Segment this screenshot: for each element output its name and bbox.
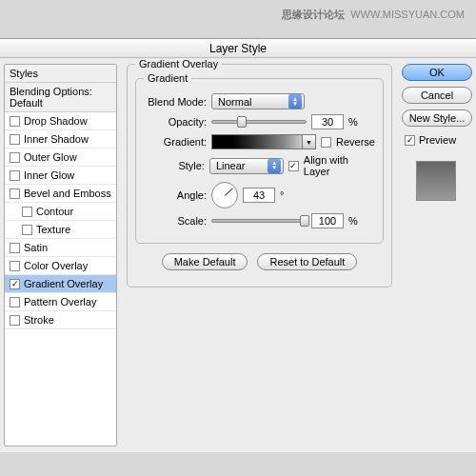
style-item-inner-shadow[interactable]: Inner Shadow	[5, 130, 116, 149]
style-checkbox[interactable]	[22, 207, 32, 217]
style-item-outer-glow[interactable]: Outer Glow	[5, 149, 116, 167]
reverse-label: Reverse	[336, 136, 375, 148]
layer-style-dialog: Layer Style Styles Blending Options: Def…	[0, 38, 476, 452]
scale-input[interactable]	[311, 213, 344, 228]
slider-thumb[interactable]	[237, 116, 247, 128]
style-checkbox[interactable]	[10, 188, 20, 199]
styles-list: Styles Blending Options: Default Drop Sh…	[4, 64, 117, 446]
style-item-label: Color Overlay	[24, 260, 88, 271]
opacity-slider[interactable]	[211, 120, 307, 124]
style-checkbox[interactable]	[10, 134, 20, 145]
percent-label: %	[348, 116, 358, 128]
inner-legend: Gradient	[144, 72, 191, 84]
blending-options[interactable]: Blending Options: Default	[5, 83, 116, 112]
ok-button[interactable]: OK	[402, 64, 472, 81]
slider-thumb[interactable]	[300, 215, 309, 227]
chevron-down-icon: ▼	[302, 135, 315, 149]
make-default-button[interactable]: Make Default	[162, 253, 248, 270]
style-item-contour[interactable]: Contour	[5, 203, 116, 221]
style-checkbox[interactable]	[10, 279, 20, 289]
style-checkbox[interactable]	[10, 243, 20, 253]
style-item-stroke[interactable]: Stroke	[5, 311, 116, 329]
style-checkbox[interactable]	[10, 297, 20, 307]
style-item-label: Bevel and Emboss	[24, 188, 111, 199]
opacity-label: Opacity:	[144, 116, 207, 128]
style-item-label: Stroke	[24, 314, 54, 326]
style-item-label: Inner Glow	[24, 169, 74, 181]
scale-label: Scale:	[144, 215, 207, 227]
dropdown-arrows-icon: ▲▼	[268, 159, 281, 173]
style-item-label: Inner Shadow	[24, 133, 89, 145]
outer-legend: Gradient Overlay	[135, 58, 222, 69]
angle-input[interactable]	[243, 188, 275, 203]
styles-header[interactable]: Styles	[5, 65, 116, 83]
style-item-inner-glow[interactable]: Inner Glow	[5, 167, 116, 185]
style-item-bevel-and-emboss[interactable]: Bevel and Emboss	[5, 185, 116, 203]
cancel-button[interactable]: Cancel	[402, 87, 472, 104]
reverse-checkbox[interactable]	[321, 137, 331, 148]
style-select[interactable]: Linear ▲▼	[209, 158, 284, 174]
gradient-label: Gradient:	[144, 136, 207, 148]
style-checkbox[interactable]	[10, 170, 20, 181]
preview-label: Preview	[419, 134, 456, 146]
style-item-gradient-overlay[interactable]: Gradient Overlay	[5, 275, 116, 293]
blend-mode-label: Blend Mode:	[144, 96, 207, 108]
reset-default-button[interactable]: Reset to Default	[257, 253, 357, 270]
style-item-label: Contour	[36, 206, 73, 217]
angle-dial[interactable]	[211, 182, 238, 208]
style-item-label: Pattern Overlay	[24, 296, 96, 307]
scale-slider[interactable]	[211, 219, 307, 223]
style-checkbox[interactable]	[10, 261, 20, 271]
blend-mode-select[interactable]: Normal ▲▼	[211, 93, 305, 109]
style-item-label: Texture	[36, 224, 70, 235]
style-checkbox[interactable]	[10, 152, 20, 163]
align-label: Align with Layer	[304, 154, 375, 177]
new-style-button[interactable]: New Style...	[402, 109, 472, 127]
preview-checkbox[interactable]	[405, 135, 415, 146]
style-checkbox[interactable]	[10, 116, 20, 127]
style-item-label: Outer Glow	[24, 151, 77, 163]
style-checkbox[interactable]	[10, 315, 20, 326]
opacity-input[interactable]	[311, 114, 344, 129]
gradient-picker[interactable]: ▼	[211, 134, 316, 149]
degree-label: °	[280, 189, 284, 201]
style-item-label: Drop Shadow	[24, 115, 88, 127]
dropdown-arrows-icon: ▲▼	[288, 94, 302, 109]
style-item-label: Gradient Overlay	[24, 278, 103, 289]
style-item-pattern-overlay[interactable]: Pattern Overlay	[5, 293, 116, 311]
watermark: 思缘设计论坛WWW.MISSYUAN.COM	[282, 8, 465, 22]
preview-swatch	[416, 161, 456, 201]
style-item-label: Satin	[24, 242, 48, 253]
style-checkbox[interactable]	[22, 225, 32, 235]
right-button-panel: OK Cancel New Style... Preview	[402, 64, 472, 446]
percent-label: %	[348, 215, 358, 227]
angle-label: Angle:	[144, 189, 207, 201]
gradient-overlay-panel: Gradient Overlay Gradient Blend Mode: No…	[127, 64, 392, 446]
style-item-color-overlay[interactable]: Color Overlay	[5, 257, 116, 275]
style-item-drop-shadow[interactable]: Drop Shadow	[5, 112, 116, 130]
style-label: Style:	[144, 160, 205, 171]
dialog-title: Layer Style	[0, 39, 476, 58]
style-item-satin[interactable]: Satin	[5, 239, 116, 257]
style-item-texture[interactable]: Texture	[5, 221, 116, 239]
align-checkbox[interactable]	[288, 161, 299, 171]
